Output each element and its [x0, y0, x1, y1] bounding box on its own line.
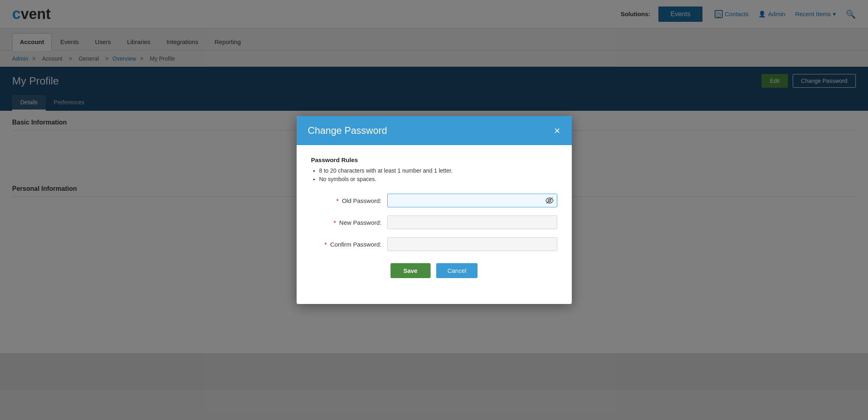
password-rule-1: 8 to 20 characters with at least 1 numbe… — [319, 167, 557, 174]
modal-footer: Save Cancel — [311, 259, 557, 289]
modal-close-button[interactable]: × — [554, 125, 560, 136]
required-star-3: * — [325, 241, 327, 248]
cancel-button[interactable]: Cancel — [436, 263, 478, 278]
old-password-input[interactable] — [387, 194, 557, 207]
required-star-1: * — [336, 197, 339, 204]
password-rules-title: Password Rules — [311, 156, 557, 163]
save-button[interactable]: Save — [390, 263, 431, 278]
modal-title: Change Password — [308, 125, 387, 136]
old-password-row: * Old Password: — [311, 194, 557, 207]
confirm-password-row: * Confirm Password: — [311, 237, 557, 251]
password-rule-2: No symbols or spaces. — [319, 176, 557, 182]
change-password-modal: Change Password × Password Rules 8 to 20… — [297, 116, 572, 304]
confirm-password-label: * Confirm Password: — [325, 241, 382, 248]
new-password-wrapper — [387, 215, 557, 229]
old-password-wrapper — [387, 194, 557, 207]
new-password-input[interactable] — [387, 215, 557, 229]
eye-icon[interactable] — [545, 196, 554, 205]
new-password-row: * New Password: — [311, 215, 557, 229]
confirm-password-wrapper — [387, 237, 557, 251]
password-rules-list: 8 to 20 characters with at least 1 numbe… — [319, 167, 557, 182]
required-star-2: * — [333, 219, 336, 226]
old-password-label: * Old Password: — [336, 197, 382, 204]
confirm-password-input[interactable] — [387, 237, 557, 251]
modal-body: Password Rules 8 to 20 characters with a… — [297, 145, 572, 304]
modal-overlay: Change Password × Password Rules 8 to 20… — [0, 0, 868, 420]
new-password-label: * New Password: — [333, 219, 381, 226]
modal-header: Change Password × — [297, 116, 572, 145]
